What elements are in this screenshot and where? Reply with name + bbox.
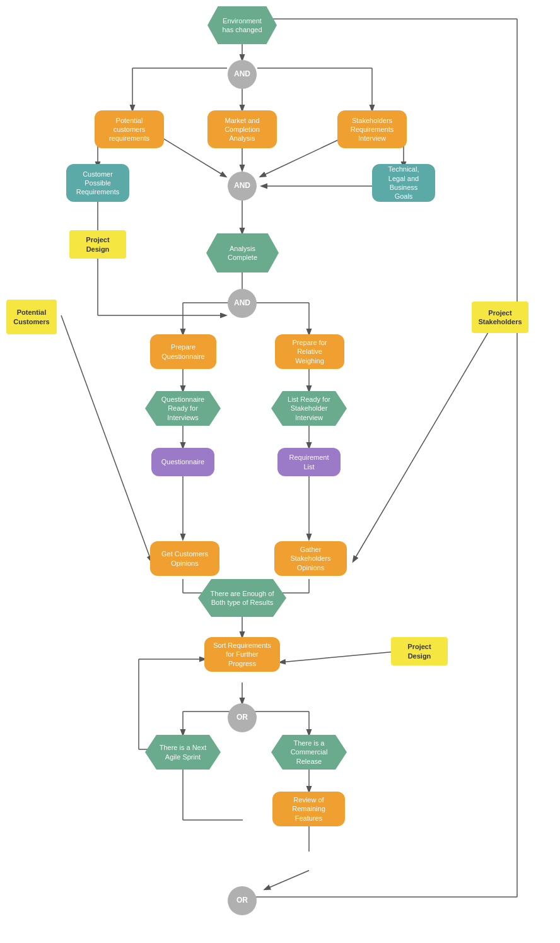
potential-customers-req-node: Potential customers requirements (95, 110, 164, 148)
potential-customers-sticky: Potential Customers (6, 300, 57, 334)
questionnaire-ready-node: Questionnaire Ready for Interviews (145, 391, 221, 426)
and1-node: AND (228, 60, 257, 89)
svg-line-48 (265, 870, 309, 889)
tech-legal-node: Technical, Legal and Business Goals (372, 164, 435, 202)
sort-requirements-node: Sort Requirements for Further Progress (204, 637, 280, 672)
customer-possible-node: Customer Possible Requirements (66, 164, 129, 202)
review-features-node: Review of Remaining Features (272, 792, 345, 826)
svg-line-28 (61, 315, 151, 561)
project-stakeholders-sticky: Project Stakeholders (472, 302, 528, 333)
list-ready-node: List Ready for Stakeholder Interview (271, 391, 347, 426)
stakeholders-req-node: Stakeholders Requirements Interview (337, 110, 407, 148)
prepare-questionnaire-node: Prepare Questionnaire (150, 334, 216, 369)
next-agile-node: There is a Next Agile Sprint (145, 735, 221, 770)
commercial-release-node: There is a Commercial Release (271, 735, 347, 770)
analysis-complete-node: Analysis Complete (206, 233, 279, 272)
requirement-list-node: Requirement List (277, 448, 341, 476)
or1-node: OR (228, 703, 257, 732)
environment-node: Environment has changed (207, 6, 277, 44)
diagram-container: Environment has changed AND Potential cu… (0, 0, 560, 943)
project-design-top-node: Project Design (69, 230, 126, 259)
and3-node: AND (228, 289, 257, 318)
project-design-bottom-node: Project Design (391, 637, 448, 665)
enough-results-node: There are Enough of Both type of Results (198, 579, 286, 617)
gather-stakeholders-node: Gather Stakeholders Opinions (274, 541, 347, 576)
questionnaire-doc-node: Questionnaire (151, 448, 214, 476)
svg-line-29 (353, 315, 498, 561)
prepare-weighing-node: Prepare for Relative Weighing (275, 334, 344, 369)
market-analysis-node: Market and Completion Analysis (207, 110, 277, 148)
get-customers-node: Get Customers Opinions (150, 541, 219, 576)
or2-node: OR (228, 886, 257, 915)
and2-node: AND (228, 172, 257, 201)
